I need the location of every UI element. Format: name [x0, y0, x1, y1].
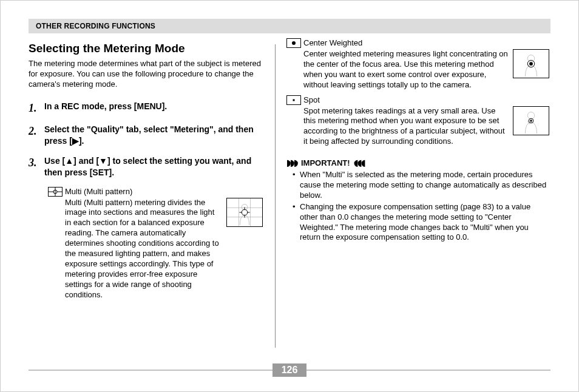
- svg-point-12: [529, 62, 533, 66]
- left-arrows-icon: ◖◖◖: [354, 158, 365, 167]
- step-text: Use [▲] and [▼] to select the setting yo…: [44, 155, 264, 178]
- section-title: Selecting the Metering Mode: [29, 42, 264, 55]
- important-bullet-2: Changing the exposure compensation setti…: [293, 202, 550, 243]
- important-label: IMPORTANT!: [301, 158, 350, 167]
- mode-center-illustration: [513, 49, 550, 90]
- step-text: Select the "Quality" tab, select "Meteri…: [44, 124, 264, 147]
- mode-multi-label: Multi (Multi pattern): [65, 187, 132, 196]
- mode-spot: Spot Spot metering takes readings at a v…: [286, 95, 550, 147]
- manual-page: OTHER RECORDING FUNCTIONS Selecting the …: [0, 0, 579, 392]
- page-header: OTHER RECORDING FUNCTIONS: [29, 19, 550, 33]
- mode-center: Center Weighted Center weighted metering…: [286, 38, 550, 90]
- step-2: Select the "Quality" tab, select "Meteri…: [29, 124, 264, 147]
- important-bullet-1: When "Multi" is selected as the metering…: [293, 170, 550, 201]
- mode-center-desc: Center weighted metering measures light …: [303, 49, 513, 90]
- mode-spot-label: Spot: [303, 95, 320, 104]
- mode-spot-desc: Spot metering takes readings at a very s…: [303, 106, 513, 147]
- svg-point-5: [242, 209, 248, 215]
- bullet-text: When "Multi" is selected as the metering…: [300, 170, 550, 201]
- svg-point-15: [530, 120, 532, 121]
- step-1: In a REC mode, press [MENU].: [29, 101, 264, 115]
- center-weighted-icon: [286, 38, 301, 48]
- right-column: Center Weighted Center weighted metering…: [276, 38, 550, 348]
- mode-center-title-row: Center Weighted: [286, 38, 550, 48]
- left-column: Selecting the Metering Mode The metering…: [29, 38, 275, 348]
- content-columns: Selecting the Metering Mode The metering…: [29, 38, 550, 348]
- spot-metering-illustration-icon: [513, 107, 549, 135]
- important-bullets: When "Multi" is selected as the metering…: [286, 170, 550, 243]
- step-text: In a REC mode, press [MENU].: [44, 101, 167, 115]
- mode-multi: Multi (Multi pattern) Multi (Multi patte…: [29, 187, 264, 300]
- mode-spot-title-row: Spot: [286, 95, 550, 105]
- center-weighted-illustration-icon: [513, 50, 549, 78]
- mode-multi-illustration: [226, 198, 264, 300]
- page-inner: OTHER RECORDING FUNCTIONS Selecting the …: [1, 1, 578, 348]
- mode-multi-desc: Multi (Multi pattern) metering divides t…: [65, 198, 226, 300]
- bullet-text: Changing the exposure compensation setti…: [300, 202, 550, 243]
- spot-metering-icon: [286, 95, 301, 105]
- mode-spot-illustration: [513, 106, 550, 147]
- step-3: Use [▲] and [▼] to select the setting yo…: [29, 155, 264, 178]
- section-intro: The metering mode determines what part o…: [29, 59, 264, 90]
- steps-list: In a REC mode, press [MENU]. Select the …: [29, 101, 264, 178]
- multi-pattern-illustration-icon: [227, 198, 262, 226]
- mode-center-label: Center Weighted: [303, 38, 362, 47]
- multi-pattern-icon: [48, 187, 63, 197]
- important-header: ◗◗◗ IMPORTANT! ◖◖◖: [286, 158, 550, 167]
- page-footer: 126: [29, 363, 550, 377]
- mode-multi-title-row: Multi (Multi pattern): [48, 187, 264, 197]
- svg-point-13: [527, 112, 535, 119]
- right-arrows-icon: ◗◗◗: [286, 158, 297, 167]
- page-number: 126: [273, 363, 306, 377]
